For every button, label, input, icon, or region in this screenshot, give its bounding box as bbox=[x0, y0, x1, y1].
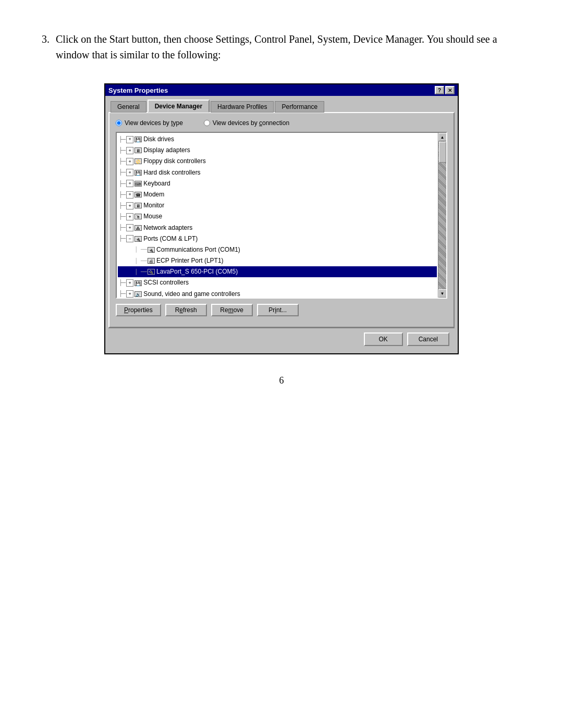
list-item[interactable]: ├─ + 💾 Hard disk controllers bbox=[118, 167, 437, 178]
tab-general[interactable]: General bbox=[111, 101, 146, 113]
device-label: Monitor bbox=[143, 201, 164, 211]
device-label: Display adapters bbox=[143, 145, 190, 155]
disk-icon: 💾 bbox=[134, 137, 142, 142]
radio-type-label: View devices by type bbox=[125, 119, 183, 127]
list-item[interactable]: ├─ + 🔊 Sound, video and game controllers bbox=[118, 289, 437, 298]
close-button[interactable]: ✕ bbox=[445, 86, 455, 94]
scroll-up-button[interactable]: ▲ bbox=[438, 133, 447, 141]
system-properties-dialog: System Properties ? ✕ General Device Man… bbox=[104, 83, 459, 354]
radio-view-by-type[interactable]: View devices by type bbox=[116, 119, 183, 127]
scsi-icon: 💾 bbox=[134, 280, 142, 286]
port-sub-icon: 🔌 bbox=[148, 247, 155, 253]
device-label: Modem bbox=[143, 190, 164, 200]
scroll-thumb[interactable] bbox=[439, 142, 446, 163]
tab-performance[interactable]: Performance bbox=[275, 101, 324, 113]
scroll-track[interactable] bbox=[438, 141, 446, 289]
list-item[interactable]: ├─ + ☎ Modem bbox=[118, 189, 437, 200]
remove-button[interactable]: Remove bbox=[211, 304, 253, 316]
instruction-number: 3. bbox=[42, 31, 50, 63]
ok-cancel-row: OK Cancel bbox=[108, 328, 455, 350]
device-label: ECP Printer Port (LPT1) bbox=[156, 256, 223, 266]
refresh-button[interactable]: Refresh bbox=[165, 304, 207, 316]
list-item[interactable]: ├─ + 💾 Disk drives bbox=[118, 134, 437, 145]
dialog-content: General Device Manager Hardware Profiles… bbox=[105, 96, 458, 353]
list-item[interactable]: │ ── 🖨 ECP Printer Port (LPT1) bbox=[118, 255, 437, 266]
list-item[interactable]: ├─ + 🖱 Mouse bbox=[118, 211, 437, 222]
scroll-down-button[interactable]: ▼ bbox=[438, 289, 447, 298]
action-button-row: Properties Refresh Remove Print... bbox=[116, 304, 447, 316]
device-label: Floppy disk controllers bbox=[143, 156, 205, 166]
device-label: Keyboard bbox=[143, 179, 170, 189]
print-button[interactable]: Print... bbox=[257, 304, 299, 316]
floppy-icon: 📀 bbox=[134, 158, 142, 164]
list-item[interactable]: ├─ + 💾 SCSI controllers bbox=[118, 277, 437, 288]
device-label: Communications Port (COM1) bbox=[156, 245, 240, 255]
harddisk-icon: 💾 bbox=[134, 170, 142, 176]
radio-connection-label: View devices by connection bbox=[213, 119, 289, 127]
cancel-button[interactable]: Cancel bbox=[407, 332, 449, 346]
scrollbar[interactable]: ▲ ▼ bbox=[438, 133, 446, 298]
expand-icon[interactable]: + bbox=[126, 191, 133, 199]
modem-icon: ☎ bbox=[134, 192, 142, 198]
mouse-icon: 🖱 bbox=[134, 214, 142, 219]
list-item[interactable]: ├─ + 📀 Floppy disk controllers bbox=[118, 156, 437, 167]
device-label: Sound, video and game controllers bbox=[143, 289, 240, 298]
ok-button[interactable]: OK bbox=[364, 332, 403, 346]
tab-device-manager[interactable]: Device Manager bbox=[148, 100, 210, 113]
device-label: Hard disk controllers bbox=[143, 168, 200, 178]
list-item-selected[interactable]: │ ── 🔌 LavaPort_S 650-PCI (COM5) bbox=[118, 266, 437, 277]
keyboard-icon: ⌨ bbox=[134, 181, 142, 187]
printer-icon: 🖨 bbox=[148, 258, 155, 264]
device-label: SCSI controllers bbox=[143, 278, 189, 288]
dialog-titlebar: System Properties ? ✕ bbox=[105, 84, 458, 96]
expand-icon[interactable]: + bbox=[126, 169, 133, 176]
list-item[interactable]: ├─ − 🔌 Ports (COM & LPT) bbox=[118, 233, 437, 244]
view-options-row: View devices by type View devices by con… bbox=[116, 119, 447, 127]
list-item[interactable]: ├─ + ⌨ Keyboard bbox=[118, 178, 437, 189]
network-icon: 🖧 bbox=[134, 225, 142, 231]
expand-icon[interactable]: + bbox=[126, 213, 133, 220]
radio-connection-input[interactable] bbox=[204, 120, 210, 126]
expand-icon[interactable]: + bbox=[126, 147, 133, 154]
properties-button[interactable]: Properties bbox=[116, 304, 161, 316]
expand-icon[interactable]: + bbox=[126, 279, 133, 287]
instruction-text: Click on the Start button, then choose S… bbox=[56, 31, 521, 63]
titlebar-buttons: ? ✕ bbox=[435, 86, 455, 94]
expand-icon[interactable]: − bbox=[126, 235, 133, 242]
list-item[interactable]: ├─ + 🖥 Display adapters bbox=[118, 145, 437, 156]
device-listbox: ├─ + 💾 Disk drives ├─ + 🖥 Display adapte… bbox=[116, 132, 447, 299]
device-label: Disk drives bbox=[143, 134, 174, 144]
list-item[interactable]: ├─ + 🖥 Monitor bbox=[118, 200, 437, 211]
expand-icon[interactable]: + bbox=[126, 158, 133, 165]
expand-icon[interactable]: + bbox=[126, 290, 133, 298]
display-icon: 🖥 bbox=[134, 147, 142, 153]
port-icon: 🔌 bbox=[134, 236, 142, 242]
device-label: Ports (COM & LPT) bbox=[143, 234, 198, 244]
tab-bar: General Device Manager Hardware Profiles… bbox=[108, 99, 455, 112]
expand-icon[interactable]: + bbox=[126, 180, 133, 187]
lavaport-icon: 🔌 bbox=[148, 269, 155, 275]
expand-icon[interactable]: + bbox=[126, 136, 133, 143]
expand-icon[interactable]: + bbox=[126, 202, 133, 209]
tab-panel-device-manager: View devices by type View devices by con… bbox=[108, 112, 455, 328]
list-item[interactable]: ├─ + 🖧 Network adapters bbox=[118, 223, 437, 233]
device-label: Mouse bbox=[143, 212, 162, 221]
page-number: 6 bbox=[42, 375, 521, 386]
device-label: Network adapters bbox=[143, 223, 192, 233]
monitor-icon: 🖥 bbox=[134, 203, 142, 208]
radio-view-by-connection[interactable]: View devices by connection bbox=[204, 119, 289, 127]
tab-hardware-profiles[interactable]: Hardware Profiles bbox=[211, 101, 274, 113]
device-list: ├─ + 💾 Disk drives ├─ + 🖥 Display adapte… bbox=[117, 133, 438, 298]
list-item[interactable]: │ ── 🔌 Communications Port (COM1) bbox=[118, 244, 437, 255]
radio-type-input[interactable] bbox=[116, 120, 122, 126]
help-button[interactable]: ? bbox=[435, 86, 444, 94]
expand-icon[interactable]: + bbox=[126, 224, 133, 231]
device-label: LavaPort_S 650-PCI (COM5) bbox=[156, 267, 238, 277]
dialog-title: System Properties bbox=[108, 87, 168, 94]
sound-icon: 🔊 bbox=[134, 291, 142, 297]
